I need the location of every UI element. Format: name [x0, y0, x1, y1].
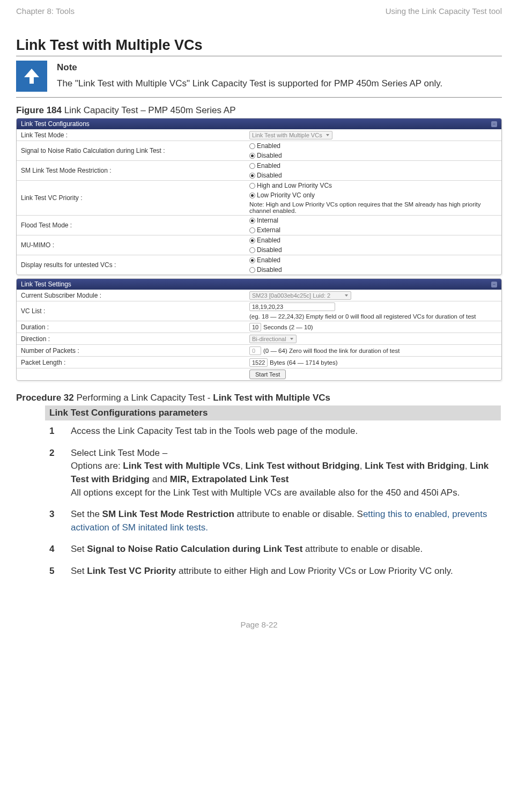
mumimo-enabled-radio[interactable]: Enabled	[249, 237, 280, 244]
step-5: 5 Set Link Test VC Priority attribute to…	[45, 560, 501, 582]
step-1: 1 Access the Link Capacity Test tab in t…	[45, 420, 501, 442]
procedure-label: Procedure 32	[16, 393, 74, 403]
step-content: Access the Link Capacity Test tab in the…	[71, 425, 501, 438]
config-panel: Link Test Configurations − Link Test Mod…	[16, 118, 502, 275]
note-icon	[16, 61, 47, 92]
packet-length-input[interactable]: 1522	[249, 358, 268, 367]
flood-external-radio[interactable]: External	[249, 226, 280, 234]
link-test-mode-select[interactable]: Link Test with Multiple VCs	[249, 131, 332, 139]
packet-length-hint: Bytes (64 — 1714 bytes)	[270, 359, 338, 366]
sm-disabled-radio[interactable]: Disabled	[249, 172, 282, 179]
packet-length-label: Packet Length :	[17, 358, 247, 367]
csm-select[interactable]: SM23 [0a003eb4c25c] Luid: 2	[249, 291, 351, 300]
figure-caption: Figure 184 Link Capacity Test – PMP 450m…	[16, 105, 502, 116]
step-number: 2	[49, 447, 61, 500]
header-right: Using the Link Capacity Test tool	[386, 6, 502, 16]
vc-priority-label: Link Test VC Priority :	[17, 193, 247, 203]
svg-marker-0	[24, 69, 39, 84]
sm-restrict-label: SM Link Test Mode Restriction :	[17, 166, 247, 175]
config-panel-title: Link Test Configurations	[21, 120, 90, 128]
step-content: Set Link Test VC Priority attribute to e…	[71, 565, 501, 578]
figure-text: Link Capacity Test – PMP 450m Series AP	[62, 105, 235, 115]
settings-panel-header: Link Test Settings −	[17, 279, 501, 290]
vclist-label: VC List :	[17, 306, 247, 316]
step-content: Set the SM Link Test Mode Restriction at…	[71, 508, 501, 534]
note-label: Note	[57, 61, 502, 75]
procedure-text-plain: Performing a Link Capacity Test -	[74, 393, 213, 403]
direction-select[interactable]: Bi-directional	[249, 335, 297, 343]
step-number: 5	[49, 565, 61, 578]
procedure-table: Link Test Configurations parameters 1 Ac…	[45, 405, 501, 582]
page-number: Page 8-22	[16, 620, 502, 629]
step-4: 4 Set Signal to Noise Ratio Calculation …	[45, 538, 501, 560]
settings-panel-title: Link Test Settings	[21, 280, 71, 288]
vc-prio-low-only-radio[interactable]: Low Priority VC only	[249, 191, 315, 199]
step-2: 2 Select Link Test Mode – Options are: L…	[45, 442, 501, 504]
mumimo-disabled-radio[interactable]: Disabled	[249, 246, 282, 254]
step-number: 3	[49, 508, 61, 534]
start-test-button[interactable]: Start Test	[249, 370, 286, 379]
flood-mode-label: Flood Test Mode :	[17, 220, 247, 230]
duration-input[interactable]: 10	[249, 323, 261, 331]
packets-hint: (0 — 64) Zero will flood the link for du…	[263, 348, 399, 354]
snr-disabled-radio[interactable]: Disabled	[249, 152, 282, 159]
procedure-caption: Procedure 32 Performing a Link Capacity …	[16, 393, 502, 403]
duration-label: Duration :	[17, 322, 247, 332]
config-panel-header: Link Test Configurations −	[17, 119, 501, 129]
csm-label: Current Subscriber Module :	[17, 291, 247, 300]
sm-enabled-radio[interactable]: Enabled	[249, 162, 280, 169]
mumimo-label: MU-MIMO :	[17, 240, 247, 250]
vclist-input[interactable]: 18,19,20,23	[249, 302, 335, 311]
figure-label: Figure 184	[16, 105, 62, 115]
step-content: Select Link Test Mode – Options are: Lin…	[71, 447, 501, 500]
header-left: Chapter 8: Tools	[16, 6, 75, 16]
step-content: Set Signal to Noise Ratio Calculation du…	[71, 543, 501, 556]
link-test-mode-label: Link Test Mode :	[17, 130, 247, 140]
step-number: 1	[49, 425, 61, 438]
snr-label: Signal to Noise Ratio Calculation during…	[17, 146, 247, 156]
panel-minimize-icon[interactable]: −	[491, 282, 497, 287]
display-disabled-radio[interactable]: Disabled	[249, 266, 282, 274]
vc-prio-note: Note: High and Low Priority VCs option r…	[249, 201, 499, 214]
procedure-text-bold: Link Test with Multiple VCs	[213, 393, 330, 403]
vclist-hint: (eg. 18 — 22,24,32) Empty field or 0 wil…	[249, 313, 476, 320]
page-header: Chapter 8: Tools Using the Link Capacity…	[16, 6, 502, 16]
display-results-label: Display results for untested VCs :	[17, 260, 247, 270]
page-title: Link Test with Multiple VCs	[16, 37, 502, 56]
display-enabled-radio[interactable]: Enabled	[249, 256, 280, 264]
settings-panel: Link Test Settings − Current Subscriber …	[16, 278, 502, 381]
packets-input[interactable]: 0	[249, 346, 261, 355]
snr-enabled-radio[interactable]: Enabled	[249, 142, 280, 150]
direction-label: Direction :	[17, 334, 247, 344]
panel-minimize-icon[interactable]: −	[491, 121, 497, 127]
step-number: 4	[49, 543, 61, 556]
duration-hint: Seconds (2 — 10)	[263, 324, 313, 330]
note-callout: Note The "Link Test with Multiple VCs" L…	[16, 56, 502, 98]
flood-internal-radio[interactable]: Internal	[249, 217, 278, 224]
start-test-spacer	[17, 373, 247, 375]
note-text: The "Link Test with Multiple VCs" Link C…	[57, 78, 442, 88]
procedure-section-head: Link Test Configurations parameters	[45, 405, 501, 420]
vc-prio-high-low-radio[interactable]: High and Low Priority VCs	[249, 182, 332, 189]
packets-label: Number of Packets :	[17, 346, 247, 356]
step-3: 3 Set the SM Link Test Mode Restriction …	[45, 504, 501, 538]
